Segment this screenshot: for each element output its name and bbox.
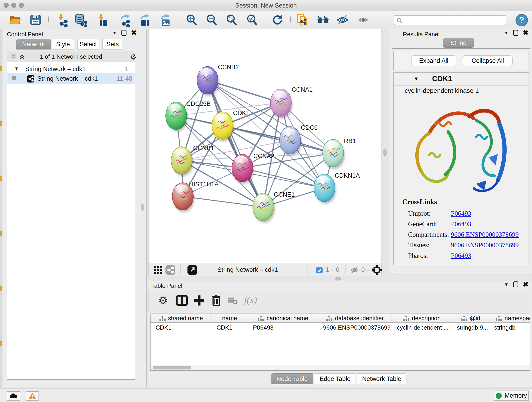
node-CDK1[interactable]: CDK1: [212, 109, 249, 142]
collapse-panel-icon[interactable]: ▼: [504, 30, 509, 36]
function-builder-icon[interactable]: f(x): [244, 294, 269, 307]
search-input[interactable]: [405, 16, 503, 24]
export-table-icon[interactable]: [138, 13, 152, 27]
edge-CCNB2-CCNE1[interactable]: [208, 80, 263, 207]
hide-selected-icon[interactable]: [336, 13, 349, 27]
zoom-selected-icon[interactable]: [245, 13, 259, 27]
table-panel: Table Panel ▼ ✖ ⚙ f(x): [148, 281, 532, 387]
gene-expander-icon[interactable]: ▼: [414, 76, 419, 82]
edge-HIST1H1A-CCNE1[interactable]: [183, 196, 263, 207]
birds-eye-view-icon[interactable]: [372, 265, 382, 275]
close-panel-icon[interactable]: ✖: [131, 30, 137, 36]
table-cell[interactable]: stringdb: [489, 324, 530, 335]
save-session-icon[interactable]: [29, 13, 42, 27]
float-panel-icon[interactable]: [513, 30, 518, 36]
scrollbar-thumb[interactable]: [153, 366, 191, 370]
node-CDC25B[interactable]: CDC25B: [166, 100, 211, 132]
node-CCNB1[interactable]: CCNB1: [171, 145, 214, 177]
crosslink-link[interactable]: P06493: [451, 210, 471, 217]
node-RB1[interactable]: RB1: [323, 138, 356, 169]
tab-sets[interactable]: Sets: [102, 39, 123, 50]
table-horizontal-scrollbar[interactable]: [151, 365, 530, 370]
collapse-panel-icon[interactable]: ▼: [504, 282, 509, 287]
import-table-file-icon[interactable]: [95, 13, 109, 27]
zoom-in-icon[interactable]: [185, 13, 198, 27]
warning-button[interactable]: [26, 391, 39, 401]
zoom-fit-icon[interactable]: [225, 13, 239, 27]
node-HIST1H1A[interactable]: HIST1H1A: [172, 181, 219, 212]
show-all-icon[interactable]: [356, 13, 370, 27]
table-settings-gear-icon[interactable]: ⚙: [158, 294, 171, 307]
tab-network[interactable]: Network: [16, 39, 51, 50]
delete-column-icon[interactable]: [210, 294, 223, 307]
clone-network-icon[interactable]: [296, 13, 309, 27]
table-cell[interactable]: cyclin-dependent ...: [392, 324, 452, 335]
collapse-all-button[interactable]: Collapse All: [463, 56, 513, 66]
float-panel-icon[interactable]: [513, 281, 518, 287]
export-network-icon[interactable]: [119, 13, 133, 27]
column-header--id[interactable]: @id: [452, 314, 489, 322]
crosslink-link[interactable]: 9606.ENSP00000378699: [451, 231, 519, 238]
import-network-file-icon[interactable]: [55, 13, 69, 27]
memory-button[interactable]: Memory: [494, 390, 529, 401]
refresh-layout-icon[interactable]: [271, 13, 284, 27]
open-session-icon[interactable]: [8, 13, 22, 27]
node-CDKN1A[interactable]: CDKN1A: [314, 172, 360, 204]
delete-table-icon[interactable]: [227, 294, 239, 307]
help-button[interactable]: ?: [515, 14, 528, 26]
network-canvas[interactable]: CCNB2CCNA1CDC25BCDK1CDC6RB1CCNB1CCNA2CDK…: [148, 29, 382, 263]
hidden-eye-icon[interactable]: [350, 266, 359, 274]
column-header-database-identifier[interactable]: database identifier: [318, 314, 392, 322]
table-cell[interactable]: CDK1: [211, 324, 248, 335]
create-column-icon[interactable]: [193, 294, 206, 307]
node-CDC6[interactable]: CDC6: [279, 124, 318, 156]
collapse-panel-icon[interactable]: ▼: [112, 30, 117, 36]
tab-style[interactable]: Style: [52, 39, 74, 50]
first-neighbors-icon[interactable]: [316, 13, 330, 27]
tab-string[interactable]: String: [443, 38, 474, 48]
zoom-out-icon[interactable]: [205, 13, 219, 27]
tab-node-table[interactable]: Node Table: [271, 373, 313, 384]
table-cell[interactable]: P06493: [248, 324, 318, 335]
expand-all-button[interactable]: Expand All: [411, 56, 456, 66]
tab-network-table[interactable]: Network Table: [357, 373, 406, 384]
crosslink-label: Compartments:: [408, 231, 449, 238]
bottom-splitter-handle[interactable]: [335, 277, 341, 281]
node-CCNE1[interactable]: CCNE1: [253, 191, 295, 223]
column-header-shared-name[interactable]: shared name: [151, 314, 211, 322]
node-CCNA1[interactable]: CCNA1: [270, 86, 313, 119]
search-field[interactable]: [394, 15, 506, 25]
table-cell[interactable]: stringdb:9...: [452, 324, 489, 335]
network-options-gear-icon[interactable]: ⚙: [130, 52, 137, 61]
collection-expander-icon[interactable]: ▼: [14, 66, 19, 71]
import-network-database-icon[interactable]: [74, 13, 88, 27]
column-header-canonical-name[interactable]: canonical name: [248, 314, 318, 322]
export-image-icon[interactable]: [158, 13, 172, 27]
left-splitter-handle[interactable]: [141, 204, 144, 211]
gene-card-header[interactable]: ▼ CDK1: [394, 73, 529, 85]
network-row[interactable]: String Network – cdk1 11 48: [7, 73, 135, 84]
detach-view-icon[interactable]: [187, 265, 197, 275]
tab-select[interactable]: Select: [77, 39, 99, 50]
selected-checkbox-icon[interactable]: [316, 267, 323, 274]
column-header-namespace[interactable]: namespace: [489, 314, 530, 322]
close-panel-icon[interactable]: ✖: [523, 30, 529, 36]
column-header-name[interactable]: name: [211, 314, 248, 322]
cloud-button[interactable]: [7, 391, 20, 401]
crosslink-link[interactable]: P06493: [451, 252, 471, 259]
tab-edge-table[interactable]: Edge Table: [314, 373, 356, 384]
right-splitter-handle[interactable]: [383, 149, 387, 156]
crosslink-link[interactable]: P06493: [451, 220, 471, 228]
network-view-icon[interactable]: [165, 265, 175, 275]
grid-view-icon[interactable]: [154, 265, 163, 274]
float-panel-icon[interactable]: [121, 30, 127, 36]
close-panel-icon[interactable]: ✖: [523, 281, 529, 287]
node-CCNB2[interactable]: CCNB2: [197, 64, 239, 96]
footer-separator: [180, 265, 181, 275]
table-cell[interactable]: CDK1: [151, 324, 211, 335]
show-columns-icon[interactable]: [176, 294, 188, 307]
table-cell[interactable]: 9606.ENSP00000378699: [318, 324, 392, 335]
network-graph[interactable]: CCNB2CCNA1CDC25BCDK1CDC6RB1CCNB1CCNA2CDK…: [149, 29, 382, 263]
column-header-description[interactable]: description: [392, 314, 452, 322]
crosslink-link[interactable]: 9606.ENSP00000378699: [451, 241, 519, 249]
